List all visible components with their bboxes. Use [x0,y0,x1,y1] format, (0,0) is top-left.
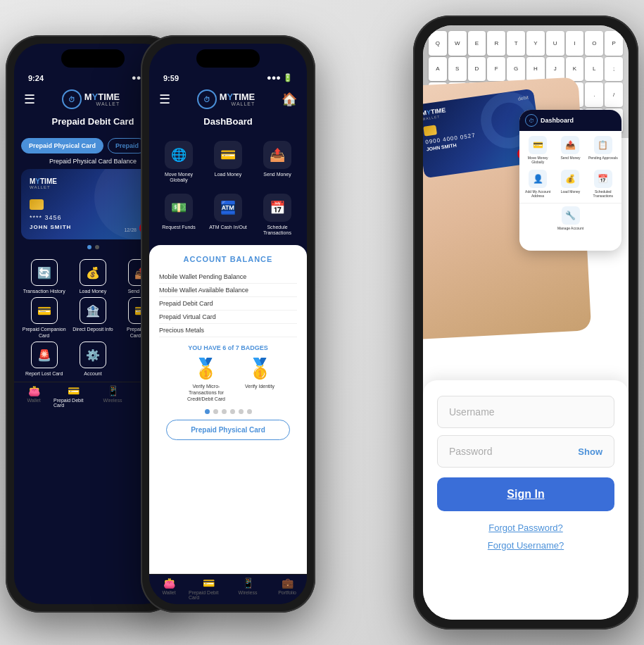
prog-dot-1 [205,409,210,414]
dynamic-island-middle [196,49,260,68]
icon-account[interactable]: ⚙️ Account [70,342,115,377]
dashboard-grid: 🌐 Move Money Globally 💳 Load Money 📤 Sen… [149,132,307,245]
logo-left: ⏱ MYTIME WALLET [62,89,120,109]
balance-row-2: Mobile Wallet Available Balance [159,284,297,297]
mini-label-5: Load Money [561,190,581,194]
balance-row-5: Precious Metals [159,324,297,337]
sign-in-button[interactable]: Sign In [437,477,614,511]
key-y: Y [526,31,545,56]
phone-middle-screen: 9:59 ●●● 🔋 ☰ ⏱ MYTIME WALLET 🏠 DashBoard [149,44,307,604]
mini-logo-circle: ⏱ [525,114,538,127]
username-field[interactable]: Username [437,396,614,428]
key-w: W [448,31,467,56]
phone-middle-content: 9:59 ●●● 🔋 ☰ ⏱ MYTIME WALLET 🏠 DashBoard [149,44,307,604]
dot-2 [95,245,99,249]
send-money-dash-icon: 📤 [263,141,291,169]
request-funds-icon: 💵 [165,194,193,222]
key-f: F [487,57,505,82]
menu-icon-left[interactable]: ☰ [24,92,35,107]
dash-send-money[interactable]: 📤 Send Money [253,137,301,188]
mini-db-extra-item: 🔧 Manage Account [557,206,583,230]
key-a: A [429,57,447,82]
prepaid-physical-button[interactable]: Prepaid Physical Card [166,420,290,440]
move-money-icon: 🌐 [165,141,193,169]
schedule-label: Schedule Transactions [255,225,300,237]
show-password-button[interactable]: Show [578,446,602,457]
dash-schedule[interactable]: 📅 Schedule Transactions [253,189,301,241]
logo-text-middle: MYTIME WALLET [220,92,255,106]
mini-icon-2: 📤 [561,136,579,154]
icon-transaction-history[interactable]: 🔄 Transaction History [21,259,67,294]
forgot-username-link[interactable]: Forgot Username? [437,540,614,551]
wallet-tab-icon: 👛 [28,385,40,396]
badge-section: YOU HAVE 6 of 7 BADGES [159,344,297,351]
wireless-tab-icon: 📱 [107,385,119,396]
dash-load-money[interactable]: 💳 Load Money [204,137,252,188]
account-icon: ⚙️ [80,342,106,368]
phone-right-screen: Q W E R T Y U I O P A S D F G H J K L ; [423,25,629,620]
signal-middle: ●●● 🔋 [267,73,293,82]
bottom-tab-debit-left[interactable]: 💳 Prepaid Debit Card [53,385,93,408]
mini-label-7: Manage Account [557,226,583,230]
card-expiry-left: 12/28 [124,227,137,232]
password-field[interactable]: Password Show [437,435,614,468]
tab-prepaid-physical[interactable]: Prepaid Physical Card [21,138,103,154]
card-logo-area: MYTIME WALLET debit [30,177,156,189]
bottom-tab-wallet-left[interactable]: 👛 Wallet [14,385,53,408]
mini-db-footer: 🔧 Manage Account [519,203,621,233]
debit-tab-icon: 💳 [68,385,80,396]
key-u: U [546,31,564,56]
send-money-dash-label: Send Money [263,172,291,177]
atm-icon: 🏧 [214,194,242,222]
menu-icon-middle[interactable]: ☰ [159,92,170,107]
mini-label-6: Scheduled Transactions [588,190,618,198]
bottom-tab-portfolio-middle[interactable]: 💼 Portfolio [267,577,307,600]
mini-dashboard-title: Dashboard [541,117,574,124]
debit-mid-label: Prepaid Debit Card [189,590,228,600]
app-header-middle: ☰ ⏱ MYTIME WALLET 🏠 [149,85,307,113]
report-lost-label: Report Lost Card [25,371,63,377]
balance-row-3: Prepaid Debit Card [159,297,297,311]
logo-circle-middle: ⏱ [197,89,217,109]
dash-move-money[interactable]: 🌐 Move Money Globally [155,137,203,188]
atm-label: ATM Cash In/Out [209,225,247,230]
dash-request-funds[interactable]: 💵 Request Funds [155,189,203,241]
bottom-tab-wireless-left[interactable]: 📱 Wireless [93,385,132,408]
wireless-mid-icon: 📱 [242,577,254,589]
mini-dashboard-header: ⏱ Dashboard [519,110,621,131]
icon-load-money[interactable]: 💰 Load Money [70,259,115,294]
load-money-dash-icon: 💳 [214,141,242,169]
portfolio-mid-icon: 💼 [282,577,293,589]
bottom-tab-debit-middle[interactable]: 💳 Prepaid Debit Card [189,577,228,600]
bottom-tabs-middle: 👛 Wallet 💳 Prepaid Debit Card 📱 Wireless… [149,574,307,604]
key-o: O [585,31,603,56]
forgot-password-link[interactable]: Forgot Password? [437,522,614,533]
dash-atm[interactable]: 🏧 ATM Cash In/Out [204,189,252,241]
key-e: E [468,31,486,56]
icon-companion-card[interactable]: 💳 Prepaid Companion Card [21,297,67,339]
icon-direct-deposit[interactable]: 🏦 Direct Deposit Info [70,297,115,339]
balance-row-1: Mobile Wallet Pending Balance [159,270,297,284]
wallet-mid-label: Wallet [162,590,175,595]
prog-dot-4 [230,409,235,414]
bottom-tab-wireless-middle[interactable]: 📱 Wireless [228,577,267,600]
mini-label-2: Send Money [560,156,580,161]
wireless-tab-label: Wireless [103,398,122,403]
icon-report-lost[interactable]: 🚨 Report Lost Card [21,342,67,377]
mini-item-2: 📤 Send Money [555,134,586,166]
request-funds-label: Request Funds [162,225,195,230]
home-icon-middle[interactable]: 🏠 [282,92,297,107]
card-logo-mytimewallet: MYTIME WALLET [30,177,57,189]
time-left: 9:24 [28,74,44,82]
mini-item-3: 📋 Pending Approvals [588,134,619,166]
transaction-history-label: Transaction History [23,289,65,294]
key-q: Q [429,31,447,56]
time-middle: 9:59 [163,74,179,82]
mini-label-1: Move Money Globally [523,156,553,164]
bottom-tab-wallet-middle[interactable]: 👛 Wallet [149,577,189,600]
prog-dot-5 [239,409,244,414]
phone-right: Q W E R T Y U I O P A S D F G H J K L ; [413,15,638,630]
wallet-tab-label: Wallet [27,398,40,403]
account-balance-title: ACCOUNT BALANCE [159,255,297,263]
move-money-label: Move Money Globally [156,172,201,184]
